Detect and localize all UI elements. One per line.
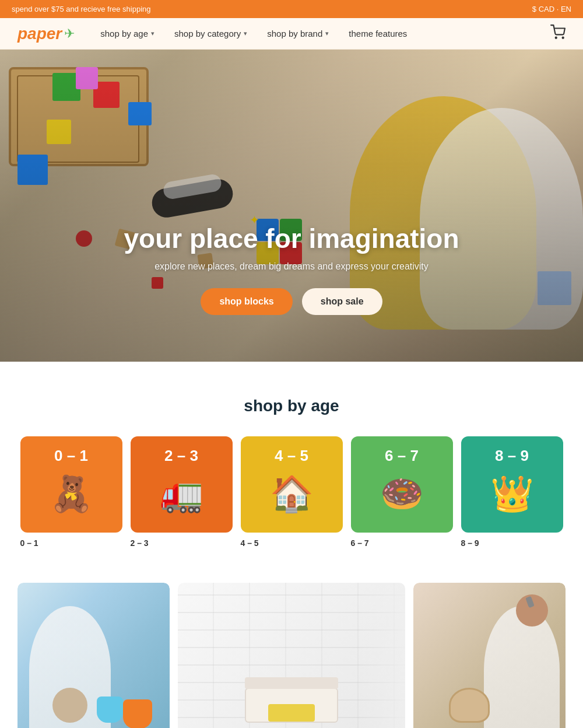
age-emoji-2-3: 🚛 (160, 473, 203, 514)
logo[interactable]: paper ✈ (17, 24, 75, 43)
age-emoji-6-7: 🍩 (380, 473, 424, 514)
age-card-8-9[interactable]: 8 – 9 👑 8 – 9 (461, 436, 563, 548)
svg-point-0 (556, 37, 557, 38)
age-label-bottom-2-3: 2 – 3 (131, 538, 233, 548)
age-card-0-1[interactable]: 0 – 1 🧸 0 – 1 (20, 436, 122, 548)
age-card-2-3[interactable]: 2 – 3 🚛 2 – 3 (131, 436, 233, 548)
age-label-bottom-8-9: 8 – 9 (461, 538, 563, 548)
hero-subtitle: explore new places, dream big dreams and… (87, 261, 496, 272)
age-label-bottom-6-7: 6 – 7 (351, 538, 453, 548)
age-grid: 0 – 1 🧸 0 – 1 2 – 3 🚛 2 – 3 4 – 5 🏠 4 – … (17, 436, 566, 548)
age-label-top-6-7: 6 – 7 (385, 447, 419, 465)
hero-section: ✦ your place for imagination explore new… (0, 50, 583, 362)
age-card-4-5[interactable]: 4 – 5 🏠 4 – 5 (241, 436, 343, 548)
hero-content: your place for imagination explore new p… (87, 223, 496, 315)
shop-age-title: shop by age (17, 397, 566, 415)
nav-theme-features[interactable]: theme features (340, 24, 415, 43)
feature-image-3[interactable] (413, 583, 566, 728)
currency-selector[interactable]: $ CAD · EN (532, 5, 571, 13)
age-label-top-8-9: 8 – 9 (495, 447, 529, 465)
age-label-top-0-1: 0 – 1 (54, 447, 88, 465)
age-emoji-8-9: 👑 (490, 473, 534, 514)
logo-text: paper (17, 24, 62, 43)
shop-sale-button[interactable]: shop sale (302, 288, 382, 315)
chevron-down-icon: ▾ (325, 30, 329, 37)
age-emoji-4-5: 🏠 (270, 473, 314, 514)
feature-image-2[interactable] (178, 583, 406, 728)
age-label-top-2-3: 2 – 3 (164, 447, 198, 465)
chevron-down-icon: ▾ (244, 30, 247, 37)
announcement-bar: spend over $75 and recieve free shipping… (0, 0, 583, 18)
header: paper ✈ shop by age ▾ shop by category ▾… (0, 18, 583, 50)
age-emoji-0-1: 🧸 (50, 473, 93, 514)
cart-icon[interactable] (550, 24, 566, 43)
age-card-6-7[interactable]: 6 – 7 🍩 6 – 7 (351, 436, 453, 548)
age-card-inner-0-1: 0 – 1 🧸 (20, 436, 122, 533)
chevron-down-icon: ▾ (151, 30, 154, 37)
nav-shop-by-brand[interactable]: shop by brand ▾ (259, 24, 337, 43)
nav-shop-by-category[interactable]: shop by category ▾ (166, 24, 255, 43)
nav-shop-by-age[interactable]: shop by age ▾ (92, 24, 163, 43)
shop-age-section: shop by age 0 – 1 🧸 0 – 1 2 – 3 🚛 2 – 3 … (0, 362, 583, 571)
age-label-bottom-0-1: 0 – 1 (20, 538, 122, 548)
announcement-text: spend over $75 and recieve free shipping (12, 5, 151, 13)
age-card-inner-8-9: 8 – 9 👑 (461, 436, 563, 533)
age-card-inner-4-5: 4 – 5 🏠 (241, 436, 343, 533)
shop-blocks-button[interactable]: shop blocks (201, 288, 292, 315)
main-nav: shop by age ▾ shop by category ▾ shop by… (92, 24, 550, 43)
logo-icon: ✈ (64, 26, 75, 41)
hero-title: your place for imagination (87, 223, 496, 254)
feature-images-section (0, 571, 583, 728)
svg-point-1 (563, 37, 564, 38)
age-card-inner-6-7: 6 – 7 🍩 (351, 436, 453, 533)
age-card-inner-2-3: 2 – 3 🚛 (131, 436, 233, 533)
hero-buttons: shop blocks shop sale (87, 288, 496, 315)
age-label-bottom-4-5: 4 – 5 (241, 538, 343, 548)
age-label-top-4-5: 4 – 5 (275, 447, 308, 465)
feature-image-1[interactable] (17, 583, 170, 728)
